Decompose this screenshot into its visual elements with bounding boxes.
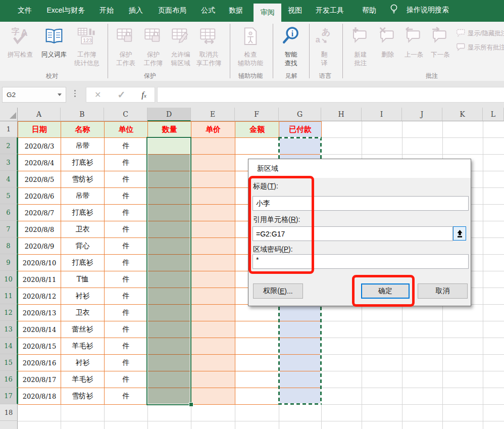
cell-B1[interactable]: 名称 <box>61 122 105 138</box>
row-header-12[interactable]: 12 <box>0 304 18 321</box>
cell-C14[interactable]: 件 <box>105 338 148 355</box>
cell-C6[interactable]: 件 <box>105 205 148 221</box>
cell-C9[interactable]: 件 <box>105 255 148 271</box>
row-header-6[interactable]: 6 <box>0 204 18 221</box>
ribbon-button-取消共享工作簿[interactable]: 取消共享工作簿 <box>194 24 223 71</box>
ribbon-button-检查辅助功能[interactable]: 检查辅助功能 <box>234 24 267 71</box>
cell-G17[interactable] <box>279 388 322 405</box>
column-header-H[interactable]: H <box>321 108 362 121</box>
cell-E12[interactable] <box>191 305 235 321</box>
cell-A2[interactable]: 2020/8/3 <box>18 138 61 155</box>
cell-E17[interactable] <box>191 388 235 405</box>
ribbon-button-显示所有批注[interactable]: 显示所有批注 <box>456 42 504 53</box>
cell-C13[interactable]: 件 <box>105 321 148 338</box>
cell-B9[interactable]: 打底衫 <box>61 255 105 271</box>
cell-E8[interactable] <box>191 238 235 255</box>
cell-B12[interactable]: 卫衣 <box>61 305 105 321</box>
cell-C3[interactable]: 件 <box>105 155 148 171</box>
cell-B6[interactable]: 打底衫 <box>61 205 105 221</box>
name-box[interactable]: G2 <box>2 87 66 103</box>
row-header-3[interactable]: 3 <box>0 154 18 171</box>
cell-G13[interactable] <box>279 321 322 338</box>
tab-文件[interactable]: 文件 <box>11 0 39 21</box>
cell-B8[interactable]: 背心 <box>61 238 105 255</box>
cell-G15[interactable] <box>279 355 322 371</box>
column-header-I[interactable]: I <box>362 108 402 121</box>
cell-G16[interactable] <box>279 371 322 388</box>
cell-F2[interactable] <box>235 138 279 155</box>
insert-function-icon[interactable]: fx <box>141 90 146 100</box>
column-header-B[interactable]: B <box>61 108 104 121</box>
cell-B14[interactable]: 羊毛衫 <box>61 338 105 355</box>
tab-页面布局[interactable]: 页面布局 <box>151 0 193 21</box>
tab-开始[interactable]: 开始 <box>92 0 121 21</box>
cell-E2[interactable] <box>191 138 235 155</box>
cell-B2[interactable]: 吊带 <box>61 138 105 155</box>
collapse-dialog-button[interactable] <box>453 226 466 241</box>
tab-数据[interactable]: 数据 <box>222 0 250 21</box>
cell-C2[interactable]: 件 <box>105 138 148 155</box>
column-header-K[interactable]: K <box>442 108 483 121</box>
tab-Excel与财务[interactable]: Excel与财务 <box>38 0 94 21</box>
row-header-8[interactable]: 8 <box>0 237 18 254</box>
cell-C4[interactable]: 件 <box>105 171 148 188</box>
cell-C5[interactable]: 件 <box>105 188 148 205</box>
column-header-C[interactable]: C <box>104 108 147 121</box>
cell-E5[interactable] <box>191 188 235 205</box>
cell-E10[interactable] <box>191 271 235 288</box>
cell-B11[interactable]: 衬衫 <box>61 288 105 305</box>
cancel-button[interactable]: 取消 <box>418 283 468 299</box>
cell-A15[interactable]: 2020/8/16 <box>18 355 61 371</box>
cell-A16[interactable]: 2020/8/17 <box>18 371 61 388</box>
row-header-11[interactable]: 11 <box>0 288 18 304</box>
cell-C15[interactable]: 件 <box>105 355 148 371</box>
column-header-E[interactable]: E <box>191 108 235 121</box>
column-header-D[interactable]: D <box>147 108 191 121</box>
cell-E9[interactable] <box>191 255 235 271</box>
dialog-title-bar[interactable] <box>248 159 471 178</box>
row-header-1[interactable]: 1 <box>0 121 18 137</box>
cell-F17[interactable] <box>235 388 279 405</box>
select-all-corner[interactable] <box>0 108 18 121</box>
cell-G14[interactable] <box>279 338 322 355</box>
cell-A10[interactable]: 2020/8/11 <box>18 271 61 288</box>
tab-插入[interactable]: 插入 <box>122 0 150 21</box>
row-header-4[interactable]: 4 <box>0 171 18 187</box>
tell-me-label[interactable]: 操作说明搜索 <box>407 6 449 15</box>
cell-F14[interactable] <box>235 338 279 355</box>
cell-C7[interactable]: 件 <box>105 221 148 238</box>
cell-A13[interactable]: 2020/8/14 <box>18 321 61 338</box>
cell-A3[interactable]: 2020/8/4 <box>18 155 61 171</box>
row-header-13[interactable]: 13 <box>0 321 18 338</box>
cell-A1[interactable]: 日期 <box>18 122 61 138</box>
cancel-icon[interactable]: ✕ <box>94 90 101 100</box>
fill-handle[interactable] <box>189 402 193 407</box>
permissions-button[interactable]: 权限(E)... <box>253 283 303 299</box>
formula-input[interactable] <box>157 87 504 103</box>
cell-A4[interactable]: 2020/8/5 <box>18 171 61 188</box>
cell-F13[interactable] <box>235 321 279 338</box>
enter-icon[interactable]: ✓ <box>117 89 125 101</box>
column-header-L[interactable]: L <box>483 108 504 121</box>
cell-B5[interactable]: 吊带 <box>61 188 105 205</box>
cell-B4[interactable]: 雪纺衫 <box>61 171 105 188</box>
row-header-10[interactable]: 10 <box>0 271 18 288</box>
row-header-9[interactable]: 9 <box>0 254 18 271</box>
cell-F12[interactable] <box>235 305 279 321</box>
cell-D1[interactable]: 数量 <box>148 122 191 138</box>
ribbon-button-删除[interactable]: 删除 <box>375 24 400 71</box>
cell-A9[interactable]: 2020/8/10 <box>18 255 61 271</box>
ribbon-button-允许编辑区域[interactable]: 允许编辑区域 <box>167 24 194 71</box>
cell-B16[interactable]: 羊毛衫 <box>61 371 105 388</box>
cell-E11[interactable] <box>191 288 235 305</box>
row-header-17[interactable]: 17 <box>0 388 18 404</box>
row-header-2[interactable]: 2 <box>0 137 18 154</box>
column-header-G[interactable]: G <box>279 108 321 121</box>
cell-C11[interactable]: 件 <box>105 288 148 305</box>
tab-审阅[interactable]: 审阅 <box>254 4 281 22</box>
tab-视图[interactable]: 视图 <box>281 0 309 21</box>
cell-G1[interactable]: 已付款 <box>279 122 322 138</box>
row-header-7[interactable]: 7 <box>0 221 18 237</box>
cell-C1[interactable]: 单位 <box>105 122 148 138</box>
cell-A14[interactable]: 2020/8/15 <box>18 338 61 355</box>
